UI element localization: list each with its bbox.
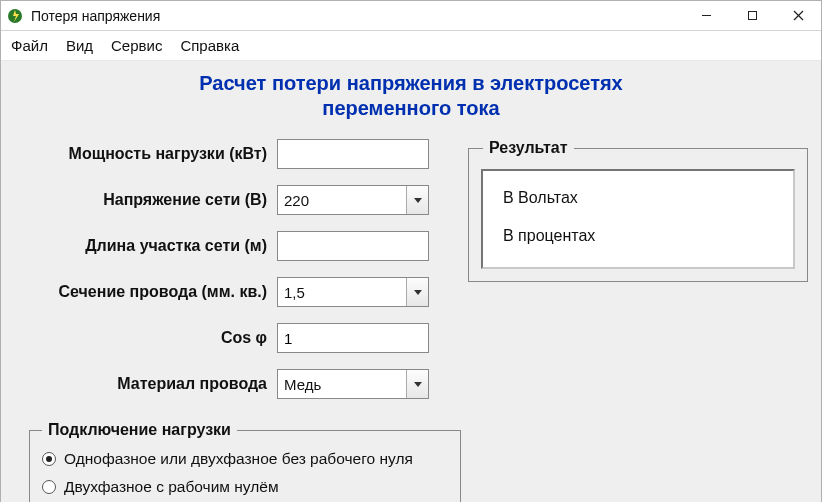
chevron-down-icon: [406, 278, 428, 306]
row-power: Мощность нагрузки (кВт): [13, 139, 448, 169]
menu-file[interactable]: Файл: [11, 37, 48, 54]
select-section[interactable]: 1,5: [277, 277, 429, 307]
menu-help[interactable]: Справка: [180, 37, 239, 54]
label-length: Длина участка сети (м): [13, 237, 277, 255]
label-power: Мощность нагрузки (кВт): [13, 145, 277, 163]
label-material: Материал провода: [13, 375, 277, 393]
main-window: Потеря напряжения Файл Вид Сервис Справк…: [0, 0, 822, 502]
input-length-wrap: [277, 231, 429, 261]
input-power[interactable]: [278, 140, 428, 168]
label-section: Сечение провода (мм. кв.): [13, 283, 277, 301]
titlebar: Потеря напряжения: [1, 1, 821, 31]
result-volts: В Вольтах: [503, 189, 773, 207]
result-legend: Результат: [483, 139, 574, 157]
select-section-value: 1,5: [278, 284, 406, 301]
row-cosphi: Cos φ: [13, 323, 448, 353]
page-title: Расчет потери напряжения в электросетях …: [13, 71, 809, 121]
connection-box: Подключение нагрузки Однофазное или двух…: [29, 421, 461, 502]
heading-line2: переменного тока: [13, 96, 809, 121]
radio-icon: [42, 452, 56, 466]
radio-two-phase[interactable]: Двухфазное с рабочим нулём: [42, 473, 448, 501]
select-voltage[interactable]: 220: [277, 185, 429, 215]
row-material: Материал провода Медь: [13, 369, 448, 399]
input-power-wrap: [277, 139, 429, 169]
result-side: Результат В Вольтах В процентах: [468, 139, 808, 282]
select-material[interactable]: Медь: [277, 369, 429, 399]
select-material-value: Медь: [278, 376, 406, 393]
connection-legend: Подключение нагрузки: [42, 421, 237, 439]
input-cosphi[interactable]: [278, 324, 428, 352]
menu-service[interactable]: Сервис: [111, 37, 162, 54]
svg-rect-2: [748, 12, 756, 20]
label-voltage: Напряжение сети (В): [13, 191, 277, 209]
radio-label: Двухфазное с рабочим нулём: [64, 478, 279, 496]
radio-icon: [42, 480, 56, 494]
main-row: Мощность нагрузки (кВт) Напряжение сети …: [13, 139, 809, 415]
select-voltage-value: 220: [278, 192, 406, 209]
row-voltage: Напряжение сети (В) 220: [13, 185, 448, 215]
form-side: Мощность нагрузки (кВт) Напряжение сети …: [13, 139, 448, 415]
label-cosphi: Cos φ: [13, 329, 277, 347]
app-icon: [7, 8, 23, 24]
minimize-button[interactable]: [683, 1, 729, 31]
input-length[interactable]: [278, 232, 428, 260]
window-buttons: [683, 1, 821, 31]
radio-single-phase[interactable]: Однофазное или двухфазное без рабочего н…: [42, 445, 448, 473]
result-box: Результат В Вольтах В процентах: [468, 139, 808, 282]
chevron-down-icon: [406, 370, 428, 398]
radio-label: Однофазное или двухфазное без рабочего н…: [64, 450, 413, 468]
close-button[interactable]: [775, 1, 821, 31]
window-title: Потеря напряжения: [31, 8, 683, 24]
menubar: Файл Вид Сервис Справка: [1, 31, 821, 61]
heading-line1: Расчет потери напряжения в электросетях: [13, 71, 809, 96]
result-inner: В Вольтах В процентах: [481, 169, 795, 269]
content-area: Расчет потери напряжения в электросетях …: [1, 61, 821, 502]
input-cosphi-wrap: [277, 323, 429, 353]
menu-view[interactable]: Вид: [66, 37, 93, 54]
maximize-button[interactable]: [729, 1, 775, 31]
result-percent: В процентах: [503, 227, 773, 245]
row-length: Длина участка сети (м): [13, 231, 448, 261]
row-section: Сечение провода (мм. кв.) 1,5: [13, 277, 448, 307]
chevron-down-icon: [406, 186, 428, 214]
